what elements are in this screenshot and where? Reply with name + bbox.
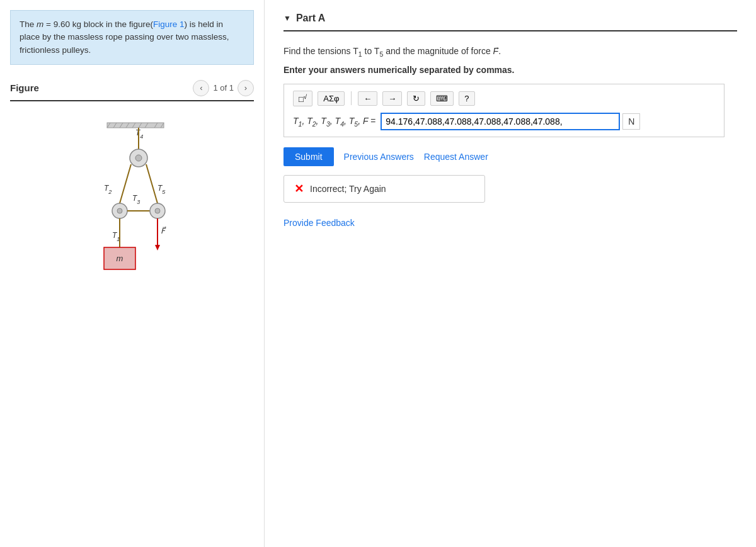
math-toolbar: □√ AΣφ ← → ↻ ⌨ ?: [293, 91, 715, 106]
unit-label: N: [622, 113, 640, 130]
figure-nav: ‹ 1 of 1 ›: [193, 80, 254, 96]
feedback-text: Incorrect; Try Again: [310, 184, 386, 194]
problem-text-content: The m = 9.60 kg block in the figure(Figu…: [20, 20, 229, 55]
previous-answers-link[interactable]: Previous Answers: [344, 152, 414, 162]
figure-link[interactable]: Figure 1: [153, 20, 185, 29]
sqrt-button[interactable]: □√: [293, 91, 312, 106]
matrix-icon: AΣφ: [323, 94, 339, 103]
svg-text:T1: T1: [112, 231, 120, 242]
svg-text:T3: T3: [132, 194, 140, 205]
refresh-button[interactable]: ↻: [407, 91, 425, 106]
svg-point-13: [135, 155, 142, 161]
question-text: Find the tensions T1 to T5 and the magni…: [284, 44, 737, 60]
keyboard-button[interactable]: ⌨: [430, 91, 454, 106]
figure-next-button[interactable]: ›: [238, 80, 254, 96]
svg-line-15: [120, 164, 131, 203]
problem-statement: The m = 9.60 kg block in the figure(Figu…: [10, 10, 254, 65]
sqrt-icon: □√: [299, 93, 307, 104]
left-panel: The m = 9.60 kg block in the figure(Figu…: [0, 0, 265, 547]
svg-rect-0: [107, 123, 164, 128]
svg-text:m: m: [116, 254, 123, 263]
answer-row: T1, T2, T3, T4, T5, F = N: [293, 113, 715, 130]
svg-text:T4: T4: [135, 128, 143, 140]
part-title: Part A: [296, 13, 326, 24]
math-input-container: □√ AΣφ ← → ↻ ⌨ ?: [284, 84, 724, 137]
svg-text:F⃗: F⃗: [161, 226, 166, 235]
figure-title: Figure: [10, 82, 39, 93]
svg-point-17: [117, 208, 122, 213]
undo-button[interactable]: ←: [358, 91, 377, 106]
provide-feedback-link[interactable]: Provide Feedback: [284, 218, 355, 228]
answer-input[interactable]: [381, 113, 620, 130]
redo-icon: →: [388, 94, 396, 103]
keyboard-icon: ⌨: [436, 94, 448, 103]
figure-prev-button[interactable]: ‹: [193, 80, 209, 96]
svg-text:T5: T5: [158, 184, 166, 195]
part-header: ▼ Part A: [284, 13, 737, 31]
refresh-icon: ↻: [413, 94, 420, 103]
pulley-diagram: T4 T2 T5: [69, 121, 195, 298]
right-panel: ▼ Part A Find the tensions T1 to T5 and …: [265, 0, 756, 547]
actions-row: Submit Previous Answers Request Answer: [284, 147, 737, 166]
submit-button[interactable]: Submit: [284, 147, 334, 166]
instruction-text: Enter your answers numerically separated…: [284, 65, 737, 75]
toolbar-separator-1: [351, 91, 352, 105]
request-answer-link[interactable]: Request Answer: [424, 152, 488, 162]
svg-line-19: [146, 164, 158, 203]
figure-page-indicator: 1 of 1: [213, 83, 234, 93]
figure-header: Figure ‹ 1 of 1 ›: [10, 80, 254, 101]
collapse-icon[interactable]: ▼: [284, 14, 291, 23]
svg-point-23: [155, 208, 160, 213]
redo-button[interactable]: →: [382, 91, 402, 106]
figure-image-area: T4 T2 T5: [10, 109, 254, 310]
help-button[interactable]: ?: [459, 91, 474, 106]
matrix-button[interactable]: AΣφ: [318, 91, 345, 106]
undo-icon: ←: [364, 94, 372, 103]
incorrect-icon: ✕: [294, 182, 304, 196]
feedback-box: ✕ Incorrect; Try Again: [284, 175, 485, 203]
svg-marker-28: [155, 245, 160, 251]
svg-text:T2: T2: [104, 184, 112, 195]
figure-section: Figure ‹ 1 of 1 ›: [10, 80, 254, 310]
answer-label: T1, T2, T3, T4, T5, F =: [293, 116, 375, 128]
help-icon: ?: [464, 94, 469, 103]
